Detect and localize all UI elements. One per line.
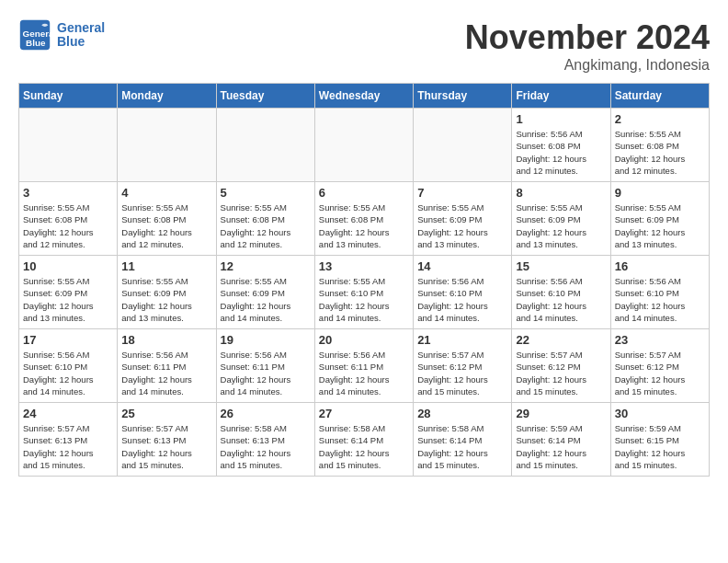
calendar-week-row: 1Sunrise: 5:56 AM Sunset: 6:08 PM Daylig… [19,109,710,182]
calendar-day-cell: 18Sunrise: 5:56 AM Sunset: 6:11 PM Dayli… [118,329,216,403]
calendar-day-cell [118,109,216,182]
day-number: 6 [319,186,409,200]
day-info: Sunrise: 5:55 AM Sunset: 6:10 PM Dayligh… [319,275,409,324]
calendar-day-cell: 23Sunrise: 5:57 AM Sunset: 6:12 PM Dayli… [610,329,709,403]
day-info: Sunrise: 5:55 AM Sunset: 6:08 PM Dayligh… [221,201,311,250]
calendar-day-cell [216,109,314,182]
day-number: 27 [319,407,409,420]
calendar-day-cell: 17Sunrise: 5:56 AM Sunset: 6:10 PM Dayli… [19,329,118,403]
calendar-day-header: Saturday [610,84,709,109]
day-info: Sunrise: 5:56 AM Sunset: 6:10 PM Dayligh… [516,275,606,324]
location: Angkimang, Indonesia [465,57,710,74]
logo-text: General Blue [57,21,105,50]
day-info: Sunrise: 5:59 AM Sunset: 6:14 PM Dayligh… [516,422,606,471]
day-number: 29 [516,407,606,420]
calendar-day-cell: 6Sunrise: 5:55 AM Sunset: 6:08 PM Daylig… [314,182,413,256]
day-number: 17 [23,333,113,347]
month-title: November 2024 [465,18,710,57]
calendar-week-row: 10Sunrise: 5:55 AM Sunset: 6:09 PM Dayli… [19,256,710,329]
day-info: Sunrise: 5:56 AM Sunset: 6:11 PM Dayligh… [319,349,409,397]
calendar-day-cell: 24Sunrise: 5:57 AM Sunset: 6:13 PM Dayli… [19,403,118,477]
day-info: Sunrise: 5:55 AM Sunset: 6:08 PM Dayligh… [319,201,409,250]
day-number: 25 [121,407,211,420]
calendar-table: SundayMondayTuesdayWednesdayThursdayFrid… [18,83,710,477]
calendar-day-cell: 8Sunrise: 5:55 AM Sunset: 6:09 PM Daylig… [512,182,610,256]
calendar-day-cell: 29Sunrise: 5:59 AM Sunset: 6:14 PM Dayli… [512,403,610,477]
day-info: Sunrise: 5:55 AM Sunset: 6:09 PM Dayligh… [221,275,311,324]
day-info: Sunrise: 5:58 AM Sunset: 6:14 PM Dayligh… [417,422,507,471]
calendar-day-cell: 1Sunrise: 5:56 AM Sunset: 6:08 PM Daylig… [512,109,610,182]
day-number: 7 [417,186,507,200]
day-info: Sunrise: 5:56 AM Sunset: 6:10 PM Dayligh… [23,349,113,397]
calendar-header-row: SundayMondayTuesdayWednesdayThursdayFrid… [19,84,710,109]
day-number: 8 [516,186,606,200]
day-info: Sunrise: 5:55 AM Sunset: 6:09 PM Dayligh… [23,275,113,324]
day-info: Sunrise: 5:55 AM Sunset: 6:08 PM Dayligh… [615,128,705,177]
calendar-day-cell: 19Sunrise: 5:56 AM Sunset: 6:11 PM Dayli… [216,329,314,403]
day-number: 13 [319,259,409,273]
calendar-day-cell: 20Sunrise: 5:56 AM Sunset: 6:11 PM Dayli… [314,329,413,403]
day-number: 10 [23,259,113,273]
calendar-day-cell: 9Sunrise: 5:55 AM Sunset: 6:09 PM Daylig… [610,182,709,256]
calendar-day-cell [314,109,413,182]
day-number: 4 [121,186,211,200]
calendar-day-header: Sunday [19,84,118,109]
day-number: 14 [417,259,507,273]
day-info: Sunrise: 5:57 AM Sunset: 6:13 PM Dayligh… [121,422,211,471]
day-info: Sunrise: 5:57 AM Sunset: 6:12 PM Dayligh… [417,349,507,397]
day-info: Sunrise: 5:55 AM Sunset: 6:09 PM Dayligh… [121,275,211,324]
day-info: Sunrise: 5:55 AM Sunset: 6:09 PM Dayligh… [615,201,705,250]
calendar-day-header: Monday [118,84,216,109]
day-info: Sunrise: 5:58 AM Sunset: 6:14 PM Dayligh… [319,422,409,471]
page-header: General Blue General Blue November 2024 … [18,18,710,74]
calendar-day-cell: 16Sunrise: 5:56 AM Sunset: 6:10 PM Dayli… [610,256,709,329]
day-number: 26 [221,407,311,420]
calendar-day-cell: 21Sunrise: 5:57 AM Sunset: 6:12 PM Dayli… [414,329,512,403]
day-number: 15 [516,259,606,273]
day-number: 11 [121,259,211,273]
calendar-day-cell: 25Sunrise: 5:57 AM Sunset: 6:13 PM Dayli… [118,403,216,477]
day-number: 28 [417,407,507,420]
day-info: Sunrise: 5:56 AM Sunset: 6:10 PM Dayligh… [417,275,507,324]
day-info: Sunrise: 5:55 AM Sunset: 6:09 PM Dayligh… [417,201,507,250]
calendar-day-cell: 3Sunrise: 5:55 AM Sunset: 6:08 PM Daylig… [19,182,118,256]
calendar-day-header: Thursday [414,84,512,109]
day-info: Sunrise: 5:55 AM Sunset: 6:09 PM Dayligh… [516,201,606,250]
day-number: 21 [417,333,507,347]
day-number: 22 [516,333,606,347]
day-info: Sunrise: 5:55 AM Sunset: 6:08 PM Dayligh… [121,201,211,250]
calendar-day-cell: 2Sunrise: 5:55 AM Sunset: 6:08 PM Daylig… [610,109,709,182]
day-number: 20 [319,333,409,347]
day-number: 23 [615,333,705,347]
calendar-day-cell: 5Sunrise: 5:55 AM Sunset: 6:08 PM Daylig… [216,182,314,256]
day-number: 16 [615,259,705,273]
calendar-day-cell: 11Sunrise: 5:55 AM Sunset: 6:09 PM Dayli… [118,256,216,329]
day-number: 2 [615,112,705,126]
day-info: Sunrise: 5:58 AM Sunset: 6:13 PM Dayligh… [221,422,311,471]
calendar-day-cell: 27Sunrise: 5:58 AM Sunset: 6:14 PM Dayli… [314,403,413,477]
calendar-day-cell: 14Sunrise: 5:56 AM Sunset: 6:10 PM Dayli… [414,256,512,329]
calendar-day-header: Wednesday [314,84,413,109]
day-info: Sunrise: 5:56 AM Sunset: 6:11 PM Dayligh… [121,349,211,397]
calendar-week-row: 17Sunrise: 5:56 AM Sunset: 6:10 PM Dayli… [19,329,710,403]
day-info: Sunrise: 5:55 AM Sunset: 6:08 PM Dayligh… [23,201,113,250]
day-info: Sunrise: 5:57 AM Sunset: 6:12 PM Dayligh… [615,349,705,397]
calendar-day-cell: 10Sunrise: 5:55 AM Sunset: 6:09 PM Dayli… [19,256,118,329]
calendar-day-cell: 30Sunrise: 5:59 AM Sunset: 6:15 PM Dayli… [610,403,709,477]
calendar-day-cell: 4Sunrise: 5:55 AM Sunset: 6:08 PM Daylig… [118,182,216,256]
day-number: 24 [23,407,113,420]
day-info: Sunrise: 5:56 AM Sunset: 6:11 PM Dayligh… [221,349,311,397]
day-number: 18 [121,333,211,347]
svg-text:Blue: Blue [26,38,46,48]
calendar-day-cell: 26Sunrise: 5:58 AM Sunset: 6:13 PM Dayli… [216,403,314,477]
calendar-day-header: Friday [512,84,610,109]
day-info: Sunrise: 5:57 AM Sunset: 6:13 PM Dayligh… [23,422,113,471]
day-number: 3 [23,186,113,200]
calendar-week-row: 3Sunrise: 5:55 AM Sunset: 6:08 PM Daylig… [19,182,710,256]
calendar-day-cell: 22Sunrise: 5:57 AM Sunset: 6:12 PM Dayli… [512,329,610,403]
logo: General Blue General Blue [18,18,105,52]
calendar-day-cell: 28Sunrise: 5:58 AM Sunset: 6:14 PM Dayli… [414,403,512,477]
calendar-day-cell: 7Sunrise: 5:55 AM Sunset: 6:09 PM Daylig… [414,182,512,256]
day-number: 30 [615,407,705,420]
calendar-week-row: 24Sunrise: 5:57 AM Sunset: 6:13 PM Dayli… [19,403,710,477]
